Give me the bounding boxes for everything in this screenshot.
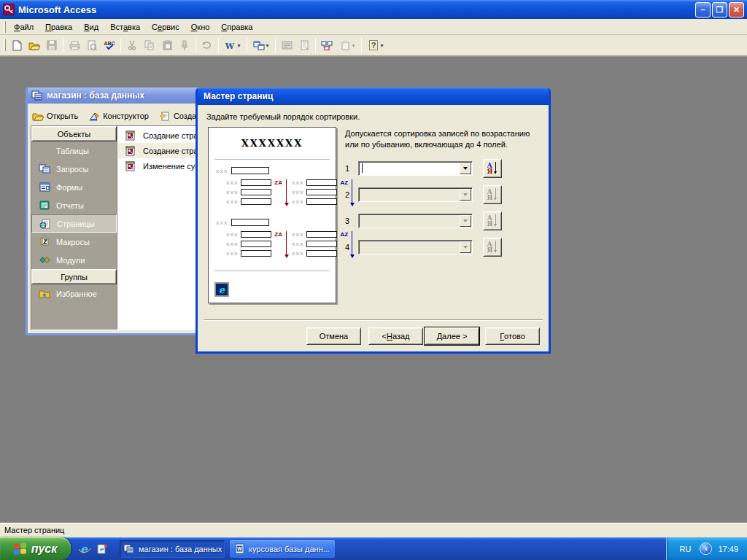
sort-row-4: 4АЯ <box>345 238 543 257</box>
preview-field-box <box>306 179 337 186</box>
taskbar-task-button[interactable]: магазин : база данных <box>120 540 225 558</box>
back-button[interactable]: < Назад <box>368 327 423 345</box>
toolbar-separator <box>218 38 219 52</box>
design-action-button[interactable]: Конструктор <box>88 110 149 122</box>
sidebar-item-modules[interactable]: Модули <box>31 251 117 269</box>
sort-direction-button-1[interactable]: АЯ <box>483 159 502 178</box>
toolbar-relationships-button[interactable] <box>318 36 336 54</box>
sort-preview-panel: XXXXXXX xxxxxxxxxxxxZAxxxxxxxxxAZxxxxxxx… <box>208 127 336 303</box>
clock: 17:49 <box>718 545 738 553</box>
cut-icon <box>126 39 138 51</box>
browser-icon: e <box>214 282 229 297</box>
svg-text:?: ? <box>371 41 376 50</box>
reports-icon <box>39 200 50 211</box>
menu-item-Сервис[interactable]: Сервис <box>146 20 185 34</box>
page-wizard-dialog: Мастер страниц Задайте требуемый порядок… <box>196 88 551 354</box>
combobox-dropdown-arrow <box>460 215 471 227</box>
minimize-button[interactable]: – <box>695 2 711 18</box>
toolbar-cut-button <box>123 36 141 54</box>
office-links-icon: W <box>225 39 236 51</box>
toolbar-drag-handle[interactable] <box>4 39 6 51</box>
toolbar-spelling-button[interactable]: ABC <box>101 36 118 54</box>
toolbar-save-button <box>43 36 61 54</box>
sort-field-combobox-2 <box>358 187 473 202</box>
sort-field-combobox-1[interactable] <box>358 161 473 176</box>
modules-icon <box>39 254 50 266</box>
toolbar-open-button[interactable] <box>26 36 43 54</box>
toolbar-new-button[interactable] <box>8 36 26 54</box>
toolbar: ABCW▾▾▾?▾ <box>0 35 747 57</box>
toolbar-format-painter-button <box>176 36 193 54</box>
taskbar-task-button[interactable]: Wкурсовая базы данн... <box>230 540 335 558</box>
down-arrow-icon <box>494 162 498 175</box>
preview-field-box <box>306 189 337 195</box>
preview-field-box <box>241 198 271 205</box>
language-indicator[interactable]: RU <box>677 544 694 554</box>
start-button[interactable]: пуск <box>0 537 71 560</box>
sort-field-combobox-3 <box>358 214 473 228</box>
queries-icon <box>39 163 50 175</box>
sidebar-item-favorites[interactable]: Избранное <box>31 284 117 303</box>
menu-item-Правка[interactable]: Правка <box>39 20 78 34</box>
toolbar-separator <box>63 38 63 52</box>
sort-row-1: 1АЯ <box>345 159 543 178</box>
toolbar-analyze-button[interactable]: ▾ <box>249 36 273 54</box>
forms-icon <box>39 182 50 193</box>
language-bar-icon[interactable]: ‹ <box>700 542 712 555</box>
sidebar-item-queries[interactable]: Запросы <box>31 160 117 178</box>
menubar: ФайлПравкаВидВставкаСервисОкноСправка <box>0 19 747 35</box>
groups-header-button[interactable]: Группы <box>31 269 117 284</box>
objects-header-button[interactable]: Объекты <box>31 126 117 141</box>
sort-direction-button-3: АЯ <box>483 211 502 230</box>
next-button[interactable]: Далее > <box>425 327 479 345</box>
pages-icon <box>39 218 51 230</box>
dialog-title: Мастер страниц <box>204 91 273 101</box>
sort-direction-button-4: АЯ <box>483 238 502 257</box>
svg-text:W: W <box>225 42 235 50</box>
combobox-dropdown-arrow[interactable] <box>460 163 471 174</box>
new-object-icon <box>339 39 351 51</box>
toolbar-office-links-button[interactable]: W▾ <box>221 36 244 54</box>
sidebar-item-tables[interactable]: Таблицы <box>31 141 117 160</box>
down-arrow-icon <box>494 188 498 201</box>
menu-item-Вид[interactable]: Вид <box>78 20 104 34</box>
sidebar-item-reports[interactable]: Отчеты <box>31 196 117 214</box>
quick-launch-outlook-express-icon[interactable]: e <box>96 542 109 556</box>
preview-field-box <box>306 250 337 257</box>
menubar-drag-handle[interactable] <box>4 21 6 33</box>
menu-item-Справка[interactable]: Справка <box>215 20 258 34</box>
sort-direction-arrow-icon <box>349 179 355 207</box>
menu-item-Файл[interactable]: Файл <box>8 20 39 34</box>
dialog-titlebar[interactable]: Мастер страниц <box>198 88 549 105</box>
menu-item-Окно[interactable]: Окно <box>185 20 216 34</box>
toolbar-new-object-button: ▾ <box>336 36 359 54</box>
open-action-button[interactable]: Открыть <box>32 110 78 122</box>
cancel-button[interactable]: Отмена <box>306 327 361 345</box>
undo-icon <box>201 39 213 51</box>
tables-icon <box>39 145 50 157</box>
finish-button[interactable]: Готово <box>485 327 540 345</box>
taskbar: пуск ee магазин : база данныхWкурсовая б… <box>0 537 747 560</box>
close-button[interactable]: ✕ <box>729 2 744 18</box>
toolbar-separator <box>120 38 121 52</box>
svg-text:W: W <box>237 546 242 551</box>
sidebar-item-macros[interactable]: Макросы <box>31 233 117 251</box>
copy-icon <box>144 39 155 51</box>
app-titlebar[interactable]: Microsoft Access – ❐ ✕ <box>0 0 747 19</box>
restore-button[interactable]: ❐ <box>712 2 727 18</box>
toolbar-separator <box>247 38 247 52</box>
dialog-instruction: Задайте требуемый порядок сортировки. <box>198 105 549 125</box>
open-icon <box>28 39 40 51</box>
preview-divider-top <box>214 159 330 160</box>
sidebar-item-pages[interactable]: Страницы <box>31 214 117 233</box>
preview-field-box <box>231 167 269 174</box>
quick-launch-internet-explorer-icon[interactable]: e <box>78 542 91 556</box>
relationships-icon <box>321 39 333 51</box>
word-document-icon: W <box>233 543 245 555</box>
sidebar-item-forms[interactable]: Формы <box>31 178 117 196</box>
menu-item-Вставка[interactable]: Вставка <box>104 20 146 34</box>
toolbar-help-button[interactable]: ?▾ <box>364 36 387 54</box>
dropdown-arrow-icon: ▾ <box>266 42 268 49</box>
spelling-icon: ABC <box>104 39 115 51</box>
access-app-icon <box>3 4 15 15</box>
